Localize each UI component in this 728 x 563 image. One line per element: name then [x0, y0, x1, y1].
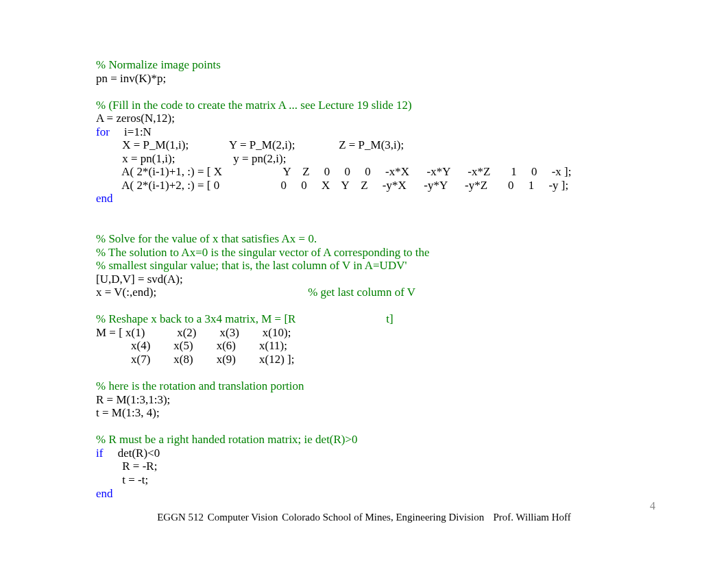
code-token: A( 2*(i-1)+1, :) = [ X Y Z 0 0 0 -x*X -x… [96, 165, 571, 178]
code-token: x(7) x(8) x(9) x(12) ]; [96, 353, 294, 366]
code-token: for [96, 125, 110, 138]
code-token: R = M(1:3,1:3); [96, 393, 170, 406]
footer: EGGN 512 Computer Vision Colorado School… [0, 512, 728, 523]
code-token: % R must be a right handed rotation matr… [96, 433, 358, 446]
code-token: t = -t; [96, 473, 148, 486]
code-token: % Reshape x back to a 3x4 matrix, M = [R… [96, 312, 393, 325]
code-token: X = P_M(1,i); Y = P_M(2,i); Z = P_M(3,i)… [96, 138, 404, 151]
code-token: % Normalize image points [96, 58, 221, 71]
code-token: t = M(1:3, 4); [96, 406, 160, 419]
code-token: i=1:N [110, 125, 151, 138]
code-token: end [96, 487, 113, 500]
footer-title: Computer Vision [208, 512, 278, 523]
code-token: % here is the rotation and translation p… [96, 379, 304, 392]
page-number: 4 [650, 500, 655, 512]
code-token: % Solve for the value of x that satisfie… [96, 232, 317, 245]
code-token: % get last column of V [308, 286, 415, 299]
code-token: % (Fill in the code to create the matrix… [96, 99, 412, 112]
code-token: x = pn(1,i); y = pn(2,i); [96, 152, 286, 165]
code-token: A = zeros(N,12); [96, 112, 175, 125]
code-token: A( 2*(i-1)+2, :) = [ 0 0 0 X Y Z -y*X -y… [96, 179, 568, 192]
code-token: R = -R; [96, 460, 157, 473]
code-token: [U,D,V] = svd(A); [96, 273, 183, 286]
code-token: x(4) x(5) x(6) x(11); [96, 339, 287, 352]
footer-course: EGGN 512 [157, 512, 204, 523]
code-token: x = V(:,end); [96, 286, 308, 299]
code-token: det(R)<0 [103, 447, 160, 460]
footer-org: Colorado School of Mines, Engineering Di… [282, 512, 484, 523]
code-token: M = [ x(1) x(2) x(3) x(10); [96, 326, 291, 339]
code-token: % smallest singular value; that is, the … [96, 259, 407, 272]
code-token: pn = inv(K)*p; [96, 72, 166, 85]
footer-prof: Prof. William Hoff [493, 512, 570, 523]
code-token: if [96, 447, 103, 460]
code-block: % Normalize image points pn = inv(K)*p; … [0, 0, 728, 500]
code-token: % The solution to Ax=0 is the singular v… [96, 246, 430, 259]
code-token: end [96, 192, 113, 205]
